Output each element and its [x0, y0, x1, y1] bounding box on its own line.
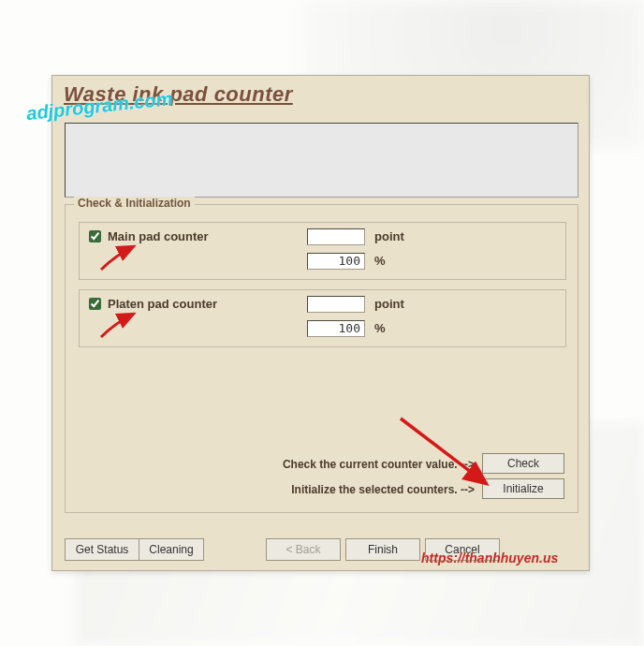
finish-button[interactable]: Finish [345, 538, 420, 561]
cleaning-button[interactable]: Cleaning [139, 538, 204, 561]
get-status-button[interactable]: Get Status [65, 538, 139, 561]
platen-pad-label: Platen pad counter [108, 297, 217, 311]
back-button: < Back [266, 538, 341, 561]
platen-pad-point-value [307, 296, 365, 313]
hint-check: Check the current counter value. --> [283, 458, 475, 471]
annotation-arrow-icon [96, 309, 143, 346]
unit-point-2: point [374, 297, 404, 311]
unit-percent: % [374, 254, 386, 268]
main-pad-percent-value: 100 [307, 253, 365, 270]
platen-pad-percent-value: 100 [307, 320, 365, 337]
main-pad-label: Main pad counter [108, 229, 209, 243]
check-button[interactable]: Check [482, 453, 564, 474]
group-label: Check & Initialization [74, 197, 195, 210]
page-title: Waste ink pad counter [64, 82, 293, 107]
group-check-init: Check & Initialization Main pad counter … [65, 204, 578, 513]
platen-pad-counter-row: Platen pad counter point 100 % [79, 289, 566, 347]
initialize-button[interactable]: Initialize [482, 478, 564, 499]
bottom-button-bar: Get Status Cleaning < Back Finish Cancel [65, 538, 577, 561]
platen-pad-checkbox[interactable] [89, 298, 101, 310]
main-pad-point-value [307, 228, 365, 245]
main-pad-checkbox[interactable] [89, 230, 101, 242]
main-pad-counter-row: Main pad counter point 100 % [79, 222, 566, 280]
hint-initialize: Initialize the selected counters. --> [291, 483, 475, 496]
annotation-arrow-icon [96, 242, 143, 279]
unit-point: point [374, 229, 404, 243]
dialog-window: Waste ink pad counter Check & Initializa… [51, 75, 590, 571]
unit-percent-2: % [374, 321, 386, 335]
cancel-button[interactable]: Cancel [425, 538, 500, 561]
log-textarea[interactable] [65, 123, 578, 198]
